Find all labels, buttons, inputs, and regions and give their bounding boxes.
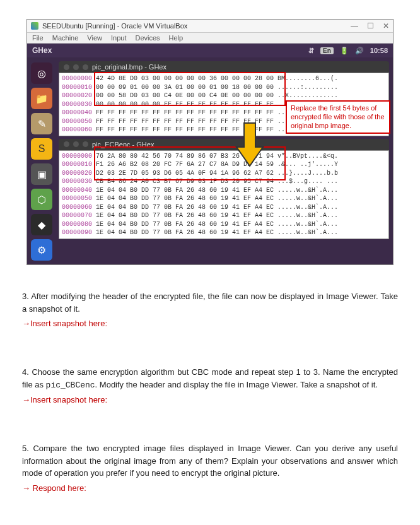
vm-titlebar[interactable]: SEEDUbuntu [Running] - Oracle VM Virtual… — [27, 20, 393, 33]
pane2-title: pic_ECBenc - GHex — [92, 141, 154, 148]
min-dot-icon[interactable] — [73, 141, 79, 147]
window-title-ecb[interactable]: pic_ECBenc - GHex — [59, 139, 389, 150]
menu-machine[interactable]: Machine — [52, 34, 79, 42]
dash-icon[interactable]: ◎ — [31, 62, 52, 84]
text-editor-icon[interactable]: ✎ — [31, 113, 52, 134]
terminal-icon[interactable]: ▣ — [31, 163, 52, 185]
close-dot-icon[interactable] — [64, 64, 69, 70]
pane1-title: pic_original.bmp - GHex — [92, 63, 166, 71]
volume-icon[interactable]: 🔊 — [355, 47, 364, 55]
min-dot-icon[interactable] — [73, 64, 79, 70]
max-dot-icon[interactable] — [83, 141, 88, 147]
menu-input[interactable]: Input — [111, 34, 126, 42]
ubuntu-top-bar: GHex ⇵ En 🔋 🔊 10:58 — [27, 44, 393, 57]
vm-title-text: SEEDUbuntu [Running] - Oracle VM Virtual… — [42, 22, 187, 30]
insert-snapshot-3: →Insert snapshot here: — [22, 319, 398, 328]
annotation-callout: Replace the first 54 bytes of encrypted … — [286, 100, 390, 134]
lang-indicator[interactable]: En — [320, 47, 334, 54]
network-icon[interactable]: ⇵ — [308, 47, 314, 55]
vm-menubar: File Machine View Input Devices Help — [27, 33, 393, 44]
insert-snapshot-4: →Insert snapshot here: — [22, 395, 398, 404]
max-dot-icon[interactable] — [83, 64, 88, 70]
vm-window: SEEDUbuntu [Running] - Oracle VM Virtual… — [26, 19, 394, 265]
step-3-text: 3. After modifying the header of the enc… — [22, 290, 398, 315]
battery-icon[interactable]: 🔋 — [340, 47, 349, 55]
unknown-icon[interactable]: ◆ — [31, 214, 52, 235]
settings-icon[interactable]: ⚙ — [31, 239, 52, 261]
step-5-text: 5. Compare the two encrypted image files… — [22, 442, 398, 480]
maximize-icon[interactable]: ☐ — [367, 21, 374, 30]
close-dot-icon[interactable] — [64, 141, 69, 147]
close-icon[interactable]: ✕ — [383, 21, 389, 30]
app-title: GHex — [32, 46, 52, 55]
hex-pane-ecb[interactable]: 00000000 76 2A 80 80 42 56 70 74 89 86 0… — [59, 150, 389, 239]
step-4-text: 4. Choose the same encryption algorithm … — [22, 366, 398, 391]
clock[interactable]: 10:58 — [370, 47, 388, 54]
menu-view[interactable]: View — [87, 34, 102, 42]
files-icon[interactable]: 📁 — [31, 88, 52, 109]
down-arrow-icon — [235, 122, 264, 167]
unity-launcher: ◎ 📁 ✎ S ▣ ⬡ ◆ ⚙ — [31, 61, 55, 261]
wireshark-icon[interactable]: ⬡ — [31, 189, 52, 210]
menu-devices[interactable]: Devices — [135, 34, 160, 42]
filename-cbc: pic_CBCenc — [46, 380, 95, 390]
virtualbox-icon — [31, 22, 38, 30]
sublime-icon[interactable]: S — [31, 138, 52, 160]
respond-here: → Respond here: — [22, 483, 398, 493]
menu-file[interactable]: File — [32, 34, 44, 42]
window-title-original[interactable]: pic_original.bmp - GHex — [59, 61, 389, 73]
minimize-icon[interactable]: — — [351, 21, 358, 30]
menu-help[interactable]: Help — [169, 34, 184, 42]
annotation-text: Replace the first 54 bytes of encrypted … — [291, 104, 385, 129]
